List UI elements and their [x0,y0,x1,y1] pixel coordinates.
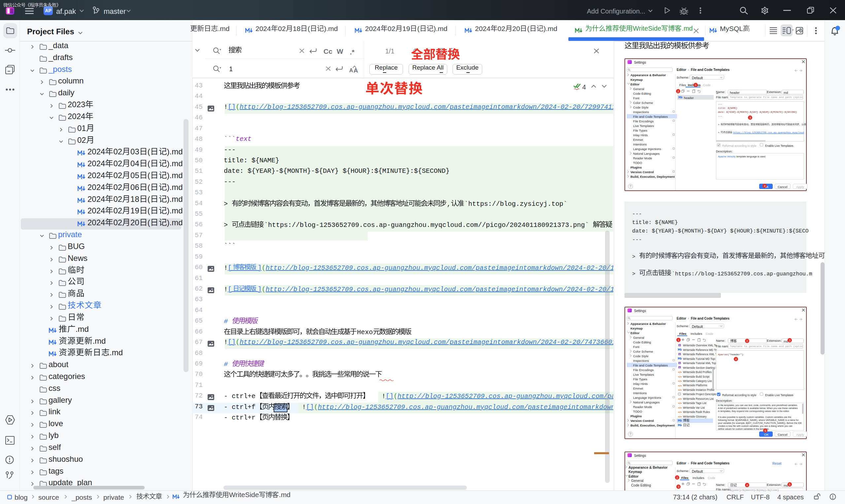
svg-text:5: 5 [789,483,791,486]
svg-text:4: 4 [764,184,765,187]
svg-text:?: ? [630,432,631,436]
svg-text:?: ? [630,185,631,188]
svg-text:3: 3 [749,116,751,119]
svg-text:4: 4 [746,483,748,487]
svg-text:2: 2 [677,89,679,93]
svg-text:3: 3 [677,485,679,488]
svg-text:1: 1 [695,83,697,86]
svg-text:3: 3 [789,338,791,342]
svg-text:1: 1 [677,338,679,341]
svg-text:?: ? [679,393,680,395]
svg-text:2: 2 [746,339,748,342]
svg-text:2: 2 [676,475,678,479]
svg-text:4: 4 [735,357,737,361]
svg-text:5: 5 [764,429,766,432]
